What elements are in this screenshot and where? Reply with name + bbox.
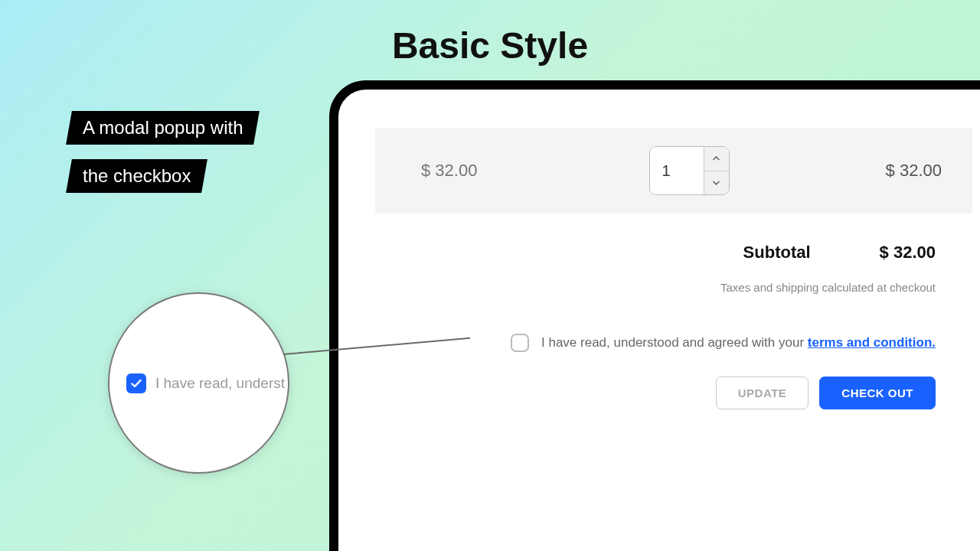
- unit-price: $ 32.00: [421, 161, 590, 181]
- quantity-stepper[interactable]: [649, 146, 730, 195]
- callout-tag-1-text: A modal popup with: [83, 117, 243, 139]
- quantity-input[interactable]: [650, 147, 704, 194]
- tax-note: Taxes and shipping calculated at checkou…: [375, 281, 936, 294]
- callout-tag-2: the checkbox: [69, 159, 204, 193]
- device-frame: $ 32.00 $ 32.00 Subtotal: [329, 80, 980, 551]
- terms-checkbox[interactable]: [511, 334, 529, 352]
- callout-tag-1: A modal popup with: [69, 111, 256, 145]
- agree-text: I have read, understood and agreed with …: [541, 335, 936, 350]
- update-button[interactable]: UPDATE: [716, 377, 809, 409]
- agree-row: I have read, understood and agreed with …: [375, 334, 936, 352]
- checkmark-icon: [130, 377, 142, 390]
- chevron-down-icon: [713, 181, 720, 185]
- device-content: $ 32.00 $ 32.00 Subtotal: [338, 90, 980, 409]
- page-title: Basic Style: [0, 24, 980, 67]
- checkout-button[interactable]: CHECK OUT: [819, 377, 936, 409]
- zoom-lens: I have read, underst: [108, 292, 289, 474]
- subtotal-value: $ 32.00: [880, 243, 936, 262]
- chevron-up-icon: [713, 156, 720, 161]
- cart-line-item: $ 32.00 $ 32.00: [375, 128, 972, 214]
- zoom-checkbox-checked: [126, 373, 146, 393]
- quantity-down-button[interactable]: [704, 171, 729, 195]
- button-row: UPDATE CHECK OUT: [375, 377, 936, 409]
- agree-text-prefix: I have read, understood and agreed with …: [541, 335, 808, 350]
- subtotal-label: Subtotal: [743, 243, 811, 262]
- line-total: $ 32.00: [789, 161, 942, 181]
- zoom-text: I have read, underst: [155, 375, 285, 392]
- terms-link[interactable]: terms and condition.: [808, 335, 936, 350]
- quantity-up-button[interactable]: [704, 147, 729, 171]
- callout-tag-2-text: the checkbox: [83, 165, 191, 187]
- subtotal-row: Subtotal $ 32.00: [375, 243, 936, 262]
